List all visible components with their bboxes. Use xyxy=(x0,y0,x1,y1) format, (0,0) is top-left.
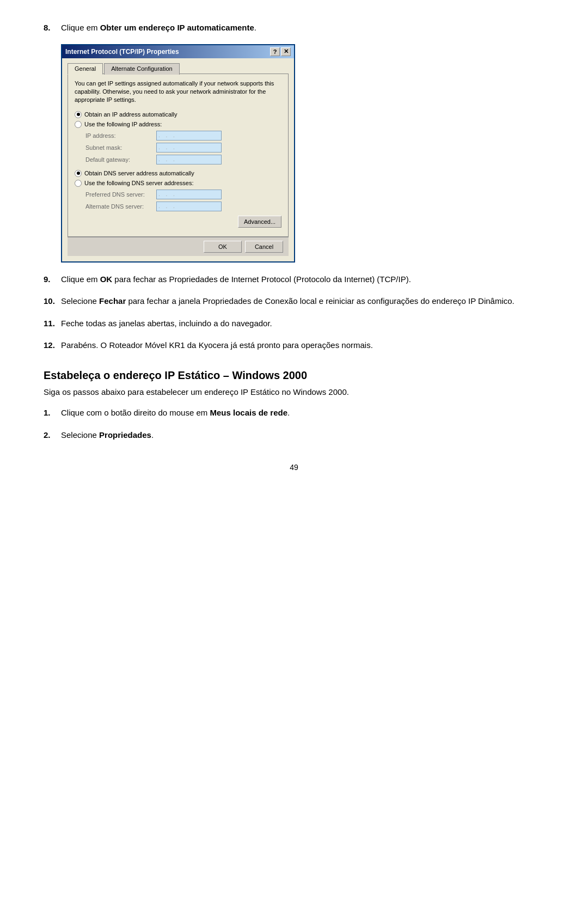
radio-obtain-dns-icon[interactable] xyxy=(75,170,82,177)
step-8-text-after: . xyxy=(254,23,256,32)
step-9-text-after: para fechar as Propriedades de Internet … xyxy=(112,274,411,284)
step-9: 9. Clique em OK para fechar as Proprieda… xyxy=(44,273,544,286)
radio-use-ip-icon[interactable] xyxy=(75,121,82,128)
step-8-bold: Obter um endereço IP automaticamente xyxy=(100,23,254,32)
tab-content: You can get IP settings assigned automat… xyxy=(68,74,289,237)
radio-use-dns-row: Use the following DNS server addresses: xyxy=(75,180,281,187)
page-number: 49 xyxy=(44,463,544,472)
close-button[interactable]: ✕ xyxy=(281,47,291,56)
titlebar-buttons: ? ✕ xyxy=(270,47,291,56)
alternate-dns-dots: . . . xyxy=(158,203,177,209)
step-11: 11. Feche todas as janelas abertas, incl… xyxy=(44,318,544,330)
step-s1: 1. Clique com o botão direito do mouse e… xyxy=(44,407,544,419)
step-12-text: Parabéns. O Roteador Móvel KR1 da Kyocer… xyxy=(61,340,373,350)
radio-obtain-dns-row: Obtain DNS server address automatically xyxy=(75,170,281,177)
step-10-bold: Fechar xyxy=(99,296,126,306)
tab-alternate[interactable]: Alternate Configuration xyxy=(104,63,180,75)
step-s1-bold: Meus locais de rede xyxy=(210,408,287,417)
step-s1-text-before: Clique com o botão direito do mouse em xyxy=(61,408,210,417)
help-button[interactable]: ? xyxy=(270,47,280,56)
step-11-text: Feche todas as janelas abertas, incluind… xyxy=(61,319,272,328)
step-s2-text-after: . xyxy=(151,430,154,440)
ip-address-field[interactable]: . . . xyxy=(156,131,222,141)
default-gateway-dots: . . . xyxy=(158,156,177,162)
tcp-ip-dialog: Internet Protocol (TCP/IP) Properties ? … xyxy=(61,44,295,263)
alternate-dns-row: Alternate DNS server: . . . xyxy=(75,202,281,211)
radio-use-ip-row: Use the following IP address: xyxy=(75,121,281,128)
step-10: 10. Selecione Fechar para fechar a janel… xyxy=(44,295,544,308)
default-gateway-field[interactable]: . . . xyxy=(156,155,222,164)
advanced-button[interactable]: Advanced... xyxy=(238,216,281,228)
titlebar-left: Internet Protocol (TCP/IP) Properties xyxy=(65,48,179,56)
step-9-content: Clique em OK para fechar as Propriedades… xyxy=(61,273,544,286)
radio-use-dns-label: Use the following DNS server addresses: xyxy=(84,180,194,186)
step-8: 8. Clique em Obter um endereço IP automa… xyxy=(44,22,544,34)
section-description: Siga os passos abaixo para estabelecer u… xyxy=(44,386,544,399)
radio-obtain-dns-label: Obtain DNS server address automatically xyxy=(84,170,194,176)
radio-use-dns-icon[interactable] xyxy=(75,180,82,187)
step-10-text-after: para fechar a janela Propriedades de Con… xyxy=(126,296,514,306)
ip-address-row: IP address: . . . xyxy=(75,131,281,141)
step-s2-content: Selecione Propriedades. xyxy=(61,429,544,442)
radio-obtain-ip-row: Obtain an IP address automatically xyxy=(75,111,281,118)
tab-bar: General Alternate Configuration xyxy=(68,63,289,74)
step-8-text-before: Clique em xyxy=(61,23,100,32)
alternate-dns-label: Alternate DNS server: xyxy=(85,203,156,210)
step-s2: 2. Selecione Propriedades. xyxy=(44,429,544,442)
alternate-dns-field[interactable]: . . . xyxy=(156,202,222,211)
step-s1-text-after: . xyxy=(287,408,290,417)
radio-obtain-ip-icon[interactable] xyxy=(75,111,82,118)
default-gateway-label: Default gateway: xyxy=(85,156,156,163)
step-9-number: 9. xyxy=(44,273,61,286)
default-gateway-row: Default gateway: . . . xyxy=(75,155,281,164)
step-s2-text-before: Selecione xyxy=(61,430,99,440)
step-9-text-before: Clique em xyxy=(61,274,100,284)
radio-use-ip-label: Use the following IP address: xyxy=(84,121,162,127)
radio-obtain-ip-label: Obtain an IP address automatically xyxy=(84,111,177,118)
preferred-dns-label: Preferred DNS server: xyxy=(85,191,156,198)
step-8-number: 8. xyxy=(44,22,61,34)
preferred-dns-row: Preferred DNS server: . . . xyxy=(75,190,281,199)
step-s1-number: 1. xyxy=(44,407,61,419)
section-heading: Estabeleça o endereço IP Estático – Wind… xyxy=(44,369,544,382)
step-s2-bold: Propriedades xyxy=(99,430,151,440)
step-11-content: Feche todas as janelas abertas, incluind… xyxy=(61,318,544,330)
step-10-content: Selecione Fechar para fechar a janela Pr… xyxy=(61,295,544,308)
dialog-wrapper: Internet Protocol (TCP/IP) Properties ? … xyxy=(61,44,544,263)
dialog-titlebar: Internet Protocol (TCP/IP) Properties ? … xyxy=(62,45,294,58)
step-10-text-before: Selecione xyxy=(61,296,99,306)
subnet-mask-label: Subnet mask: xyxy=(85,144,156,151)
ok-cancel-bar: OK Cancel xyxy=(68,237,289,256)
dialog-body: General Alternate Configuration You can … xyxy=(62,58,294,261)
step-11-number: 11. xyxy=(44,318,61,330)
step-12-number: 12. xyxy=(44,339,61,352)
step-s1-content: Clique com o botão direito do mouse em M… xyxy=(61,407,544,419)
advanced-btn-row: Advanced... xyxy=(75,216,281,228)
step-8-content: Clique em Obter um endereço IP automatic… xyxy=(61,22,544,34)
subnet-mask-dots: . . . xyxy=(158,144,177,150)
ok-button[interactable]: OK xyxy=(204,241,242,253)
step-10-number: 10. xyxy=(44,295,61,308)
step-12-content: Parabéns. O Roteador Móvel KR1 da Kyocer… xyxy=(61,339,544,352)
step-s2-number: 2. xyxy=(44,429,61,442)
subnet-mask-row: Subnet mask: . . . xyxy=(75,143,281,152)
dialog-description: You can get IP settings assigned automat… xyxy=(75,80,281,105)
dialog-title: Internet Protocol (TCP/IP) Properties xyxy=(65,48,179,56)
cancel-button[interactable]: Cancel xyxy=(245,241,283,253)
step-12: 12. Parabéns. O Roteador Móvel KR1 da Ky… xyxy=(44,339,544,352)
ip-address-label: IP address: xyxy=(85,132,156,139)
preferred-dns-field[interactable]: . . . xyxy=(156,190,222,199)
ip-address-dots: . . . xyxy=(158,132,177,138)
step-9-bold: OK xyxy=(100,274,113,284)
subnet-mask-field[interactable]: . . . xyxy=(156,143,222,152)
tab-general[interactable]: General xyxy=(68,63,103,75)
preferred-dns-dots: . . . xyxy=(158,191,177,197)
